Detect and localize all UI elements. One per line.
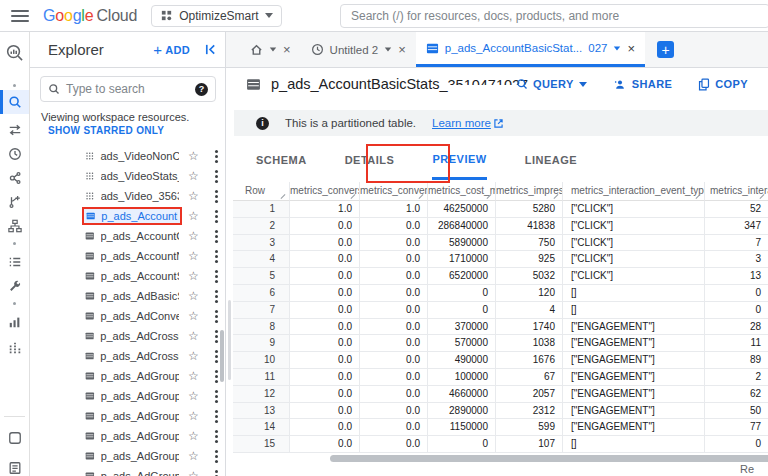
admin-wrench-icon[interactable] [0,274,29,298]
rail-search-icon[interactable] [0,90,29,114]
chevron-down-icon[interactable] [385,48,391,52]
tree-item[interactable]: ads_VideoStats_3... ☆ [30,166,226,186]
tree-item-main[interactable]: p_ads_AccountNo... [82,247,182,265]
horizontal-scrollbar-thumb[interactable] [330,455,768,462]
tree-item-main[interactable]: p_ads_AccountBa... [82,207,182,225]
tree-item[interactable]: p_ads_AdGroupA... ☆ [30,366,226,386]
tree-item-main[interactable]: p_ads_AdGroupA... [82,387,182,405]
help-icon[interactable]: ? [195,83,208,96]
tree-item[interactable]: p_ads_AdGroupA... ☆ [30,406,226,426]
tree-item[interactable]: p_ads_AdGroupA... ☆ [30,386,226,406]
star-icon[interactable]: ☆ [188,410,199,422]
column-header[interactable]: metrics_cost_mi [428,182,496,201]
close-icon[interactable]: × [283,43,291,56]
tree-item[interactable]: p_ads_AccountSt... ☆ [30,266,226,286]
bigquery-logo-icon[interactable] [0,40,29,64]
star-icon[interactable]: ☆ [188,430,199,442]
explorer-search-box[interactable]: Type to search ? [40,76,216,102]
explorer-scrollbar[interactable] [220,330,224,382]
tree-item[interactable]: p_ads_AdGroupA... ☆ [30,426,226,446]
tree-item-main[interactable]: p_ads_AdCrossDe... [82,347,182,365]
star-icon[interactable]: ☆ [188,310,199,322]
column-header[interactable]: metrics_impress [496,182,563,201]
show-starred-link[interactable]: SHOW STARRED ONLY [48,125,164,136]
tree-item-main[interactable]: p_ads_AdBasicSt... [82,287,182,305]
tree-item[interactable]: p_ads_AdCrossDe... ☆ [30,346,226,366]
kebab-menu-icon[interactable] [215,435,218,438]
release-notes-icon[interactable] [0,456,29,476]
kebab-menu-icon[interactable] [215,415,218,418]
star-icon[interactable]: ☆ [188,390,199,402]
project-selector[interactable]: OptimizeSmart [151,5,281,27]
tree-item[interactable]: p_ads_AccountBa... ☆ [30,206,226,226]
star-icon[interactable]: ☆ [188,290,199,302]
menu-icon[interactable] [11,10,29,22]
tree-item[interactable]: p_ads_AdBasicSt... ☆ [30,286,226,306]
tree-item[interactable]: ads_Video_35634... ☆ [30,186,226,206]
star-icon[interactable]: ☆ [188,210,199,222]
tree-item-main[interactable]: p_ads_AdGroupA... [82,367,182,385]
tree-item[interactable]: p_ads_AdCrossDe... ☆ [30,326,226,346]
query-button[interactable]: QUERY [516,78,587,90]
tree-item-main[interactable]: ads_VideoNonClic... [82,147,182,165]
kebab-menu-icon[interactable] [215,455,218,458]
star-icon[interactable]: ☆ [188,250,199,262]
bi-engine-icon[interactable] [0,426,29,450]
kebab-menu-icon[interactable] [215,195,218,198]
horizontal-scrollbar[interactable] [233,454,768,462]
copy-button[interactable]: COPY [698,78,748,91]
star-icon[interactable]: ☆ [188,150,199,162]
column-header[interactable]: metrics_interaction_event_types [563,182,705,201]
tree-item[interactable]: p_ads_AdGroupA... ☆ [30,466,226,476]
tab-schema[interactable]: SCHEMA [256,140,307,180]
tree-item-main[interactable]: ads_VideoStats_3... [82,167,182,185]
lineage-sitemap-icon[interactable] [0,214,29,238]
tree-item-main[interactable]: p_ads_AdGroupA... [82,427,182,445]
kebab-menu-icon[interactable] [215,255,218,258]
kebab-menu-icon[interactable] [215,215,218,218]
close-icon[interactable]: × [398,43,406,56]
tree-item[interactable]: p_ads_AccountNo... ☆ [30,246,226,266]
queues-list-icon[interactable] [0,250,29,274]
monitoring-chart-icon[interactable] [0,310,29,334]
tree-item[interactable]: p_ads_AdConvers... ☆ [30,306,226,326]
column-header[interactable]: metrics_convers [290,182,360,201]
star-icon[interactable]: ☆ [188,450,199,462]
tree-item-main[interactable]: p_ads_AccountSt... [82,267,182,285]
tree-item-main[interactable]: p_ads_AdCrossDe... [82,327,182,345]
vertical-scrollbar-thumb[interactable] [228,300,231,380]
tree-item-main[interactable]: p_ads_AdConvers... [82,307,182,325]
star-icon[interactable]: ☆ [188,270,199,282]
column-header[interactable]: metrics_intera [705,182,768,201]
kebab-menu-icon[interactable] [215,175,218,178]
kebab-menu-icon[interactable] [215,295,218,298]
close-icon[interactable]: × [627,42,635,55]
chevron-down-icon[interactable] [270,48,276,52]
tree-item-main[interactable]: p_ads_AdGroupA... [82,447,182,465]
tab-home[interactable]: × [240,32,301,67]
star-icon[interactable]: ☆ [188,190,199,202]
kebab-menu-icon[interactable] [215,335,218,338]
capacity-management-icon[interactable] [0,336,29,360]
column-header[interactable]: Row [233,182,290,201]
chevron-down-icon[interactable] [614,46,620,50]
kebab-menu-icon[interactable] [215,315,218,318]
kebab-menu-icon[interactable] [215,395,218,398]
dataform-icon[interactable] [0,190,29,214]
tab-lineage[interactable]: LINEAGE [525,140,577,180]
kebab-menu-icon[interactable] [215,275,218,278]
tab-preview[interactable]: PREVIEW [432,140,486,180]
kebab-menu-icon[interactable] [215,355,218,358]
star-icon[interactable]: ☆ [188,370,199,382]
share-button[interactable]: SHARE [613,78,673,90]
tab-details[interactable]: DETAILS [345,140,395,180]
global-search-input[interactable] [340,4,768,28]
column-header[interactable]: metrics_convers [360,182,428,201]
new-tab-button[interactable]: + [657,41,674,58]
tab-untitled[interactable]: Untitled 2 × [301,32,416,67]
kebab-menu-icon[interactable] [215,235,218,238]
tree-item-main[interactable]: p_ads_AccountCo... [82,227,182,245]
tree-item[interactable]: p_ads_AccountCo... ☆ [30,226,226,246]
learn-more-link[interactable]: Learn more [432,117,503,129]
tree-item-main[interactable]: ads_Video_35634... [82,187,182,205]
